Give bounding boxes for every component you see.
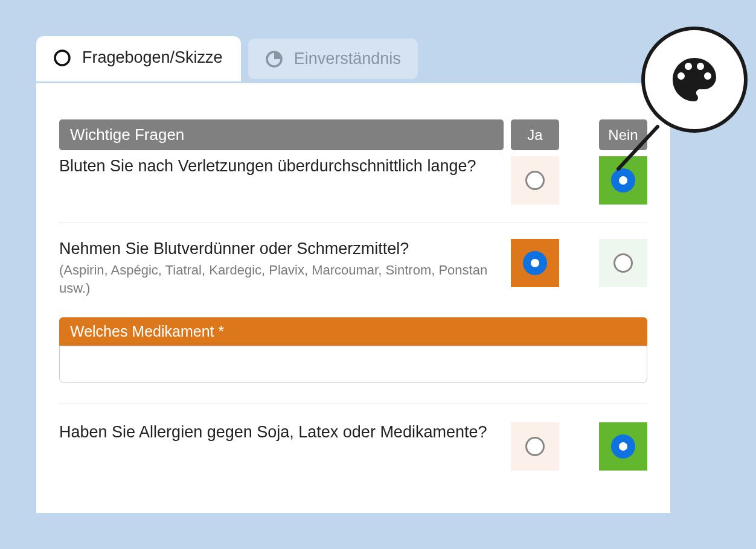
radio-unselected-icon [613, 253, 633, 273]
followup-label: Welches Medikament * [59, 317, 647, 346]
followup-block: Welches Medikament * [59, 317, 647, 404]
option-yes[interactable] [511, 156, 559, 205]
option-no[interactable] [599, 422, 647, 471]
tab-fragebogen[interactable]: Fragebogen/Skizze [36, 36, 241, 81]
question-main-text: Nehmen Sie Blutverdünner oder Schmerzmit… [59, 240, 409, 258]
tab-einverstaendnis[interactable]: Einverständnis [248, 39, 418, 79]
progress-circle-icon [265, 50, 283, 68]
option-yes[interactable] [511, 422, 559, 471]
section-header-row: Wichtige Fragen Ja Nein [59, 119, 647, 150]
question-text: Haben Sie Allergien gegen Soja, Latex od… [59, 422, 504, 442]
radio-selected-icon [523, 251, 547, 275]
question-hint-text: (Aspirin, Aspégic, Tiatral, Kardegic, Pl… [59, 261, 504, 297]
option-no[interactable] [599, 156, 647, 205]
question-text: Bluten Sie nach Verletzungen überdurchsc… [59, 156, 504, 176]
question-row: Bluten Sie nach Verletzungen überdurchsc… [59, 150, 647, 223]
radio-selected-icon [611, 168, 635, 192]
tab-einverstaendnis-label: Einverständnis [294, 49, 401, 68]
option-yes[interactable] [511, 239, 559, 287]
radio-unselected-icon [525, 171, 545, 190]
svg-point-0 [55, 51, 69, 65]
followup-input[interactable] [59, 346, 647, 383]
section-title: Wichtige Fragen [59, 119, 504, 150]
theme-palette-button[interactable] [641, 27, 748, 133]
column-header-yes: Ja [511, 119, 559, 150]
question-row: Haben Sie Allergien gegen Soja, Latex od… [59, 422, 647, 489]
question-text: Nehmen Sie Blutverdünner oder Schmerzmit… [59, 239, 504, 297]
tab-bar: Fragebogen/Skizze Einverständnis [36, 36, 418, 81]
palette-icon [665, 51, 723, 109]
form-panel: Wichtige Fragen Ja Nein Bluten Sie nach … [36, 83, 670, 513]
question-row: Nehmen Sie Blutverdünner oder Schmerzmit… [59, 223, 647, 315]
radio-selected-icon [611, 434, 635, 459]
column-header-no: Nein [599, 119, 647, 150]
circle-outline-icon [53, 49, 71, 67]
tab-fragebogen-label: Fragebogen/Skizze [82, 48, 223, 67]
option-no[interactable] [599, 239, 647, 287]
radio-unselected-icon [525, 437, 545, 456]
